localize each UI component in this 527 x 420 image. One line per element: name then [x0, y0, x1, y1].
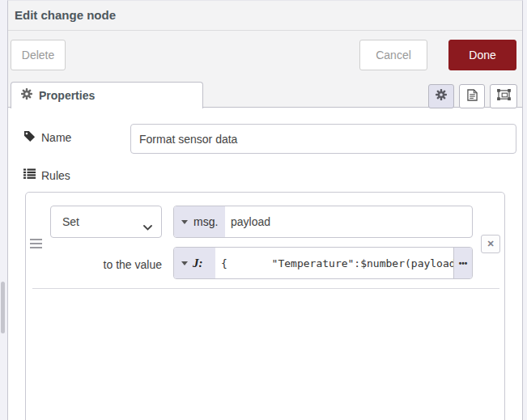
gear-icon: [21, 88, 32, 103]
caret-down-icon: [181, 220, 188, 224]
caret-down-icon: [181, 261, 188, 265]
close-icon: ✕: [487, 239, 494, 249]
cancel-button[interactable]: Cancel: [359, 40, 427, 70]
scrollbar-thumb[interactable]: [1, 282, 5, 333]
edit-change-node-dialog: Edit change node Delete Cancel Done Prop…: [7, 0, 523, 420]
tab-properties-label: Properties: [39, 89, 95, 102]
object-group-icon: [497, 89, 511, 104]
delete-rule-button[interactable]: ✕: [481, 235, 500, 253]
dialog-header: Edit change node: [8, 1, 522, 31]
jsonata-expression-icon: J:: [193, 257, 203, 270]
expression-value[interactable]: { "Temperature":$number(payload): [221, 257, 453, 269]
properties-tab-button[interactable]: [428, 84, 454, 108]
name-input[interactable]: [130, 124, 516, 154]
property-value[interactable]: payload: [225, 206, 472, 237]
property-type-button[interactable]: msg.: [174, 206, 225, 237]
rule-action-value: Set: [62, 215, 79, 228]
left-scrollbar[interactable]: [0, 0, 7, 420]
tab-properties[interactable]: Properties: [11, 82, 203, 108]
description-tab-button[interactable]: [459, 84, 485, 108]
chevron-down-icon: [143, 220, 152, 233]
name-label-row: Name: [23, 130, 71, 145]
done-button[interactable]: Done: [448, 40, 516, 70]
gear-icon: [436, 89, 447, 104]
to-the-value-label: to the value: [58, 258, 162, 271]
rule-separator: [32, 288, 499, 289]
list-icon: [23, 168, 36, 182]
rule-property-typed-input[interactable]: msg. payload: [173, 206, 473, 238]
name-label: Name: [41, 131, 71, 144]
value-type-button[interactable]: J:: [174, 248, 215, 278]
document-icon: [467, 89, 478, 104]
dialog-button-row: Delete Cancel Done: [8, 31, 522, 78]
rule-drag-handle[interactable]: [30, 239, 42, 251]
delete-button[interactable]: Delete: [11, 40, 66, 70]
rule-value-typed-input[interactable]: J: { "Temperature":$number(payload) •••: [173, 247, 473, 279]
rules-label-row: Rules: [23, 168, 70, 182]
appearance-tab-button[interactable]: [490, 84, 517, 108]
ellipsis-icon: •••: [459, 259, 468, 268]
property-type-label: msg.: [193, 215, 218, 228]
expand-expression-button[interactable]: •••: [453, 248, 472, 278]
tag-icon: [23, 130, 36, 145]
rules-label: Rules: [41, 169, 70, 182]
rule-action-select[interactable]: Set: [50, 206, 162, 238]
rules-container: Set msg. payload to the value J: { "Temp…: [25, 192, 505, 420]
dialog-title: Edit change node: [15, 1, 116, 30]
